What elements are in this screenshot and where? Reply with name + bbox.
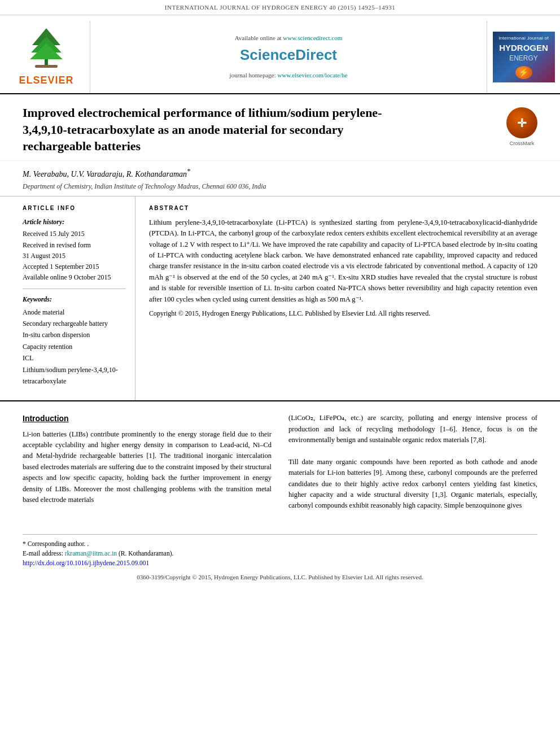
footnote-doi-line: http://dx.doi.org/10.1016/j.ijhydene.201… xyxy=(23,558,537,568)
sciencedirect-url[interactable]: www.sciencedirect.com xyxy=(283,34,342,41)
abstract-copyright: Copyright © 2015, Hydrogen Energy Public… xyxy=(149,308,537,319)
article-history-group: Article history: Received 15 July 2015 R… xyxy=(23,217,126,283)
article-history-title: Article history: xyxy=(23,217,126,227)
authors-section: M. Veerababu, U.V. Varadaraju, R. Kothan… xyxy=(0,161,560,196)
info-abstract-section: ARTICLE INFO Article history: Received 1… xyxy=(0,196,560,400)
keyword-1: Anode material xyxy=(23,307,126,318)
elsevier-tree-icon xyxy=(21,25,72,71)
crossmark-badge: ✛ xyxy=(506,107,537,138)
footnote-email-line: E-mail address: rkraman@iitm.ac.in (R. K… xyxy=(23,549,537,558)
keywords-group: Keywords: Anode material Secondary recha… xyxy=(23,295,126,387)
authors-names: M. Veerababu, U.V. Varadaraju, R. Kothan… xyxy=(23,170,187,178)
keyword-3: In-situ carbon dispersion xyxy=(23,329,126,340)
body-two-col: Introduction Li-ion batteries (LIBs) con… xyxy=(23,413,537,511)
available-online-date: Available online 9 October 2015 xyxy=(23,272,126,283)
corresponding-author-mark: * xyxy=(187,167,190,175)
keyword-6: Lithium/sodium perylene-3,4,9,10-tetraca… xyxy=(23,364,126,387)
email-link[interactable]: rkraman@iitm.ac.in xyxy=(65,550,117,557)
journal-intl-label: International Journal of xyxy=(498,35,549,42)
journal-badge: International Journal of HYDROGEN ENERGY… xyxy=(493,32,555,82)
page-header: ELSEVIER Available online at www.science… xyxy=(0,15,560,94)
corresponding-author-label: * Corresponding author. . xyxy=(23,540,89,547)
keyword-5: ICL xyxy=(23,352,126,364)
header-middle: Available online at www.sciencedirect.co… xyxy=(90,21,487,93)
journal-header-bar: INTERNATIONAL JOURNAL OF HYDROGEN ENERGY… xyxy=(0,0,560,15)
cross-symbol: ✛ xyxy=(517,117,527,129)
doi-link[interactable]: http://dx.doi.org/10.1016/j.ijhydene.201… xyxy=(23,560,149,566)
accepted-date: Accepted 1 September 2015 xyxy=(23,261,126,272)
keyword-2: Secondary rechargeable battery xyxy=(23,318,126,329)
received-date: Received 15 July 2015 xyxy=(23,229,126,239)
article-title: Improved electrochemical performance of … xyxy=(23,104,406,155)
info-divider xyxy=(23,289,126,289)
abstract-text: Lithium perylene-3,4,9,10-tetracarboxyla… xyxy=(149,217,537,319)
elsevier-brand: ELSEVIER xyxy=(19,73,73,88)
received-revised-label: Received in revised form xyxy=(23,240,126,251)
footnote-section: * Corresponding author. . E-mail address… xyxy=(23,534,537,569)
sciencedirect-logo: ScienceDirect xyxy=(240,45,337,66)
available-online-text: Available online at www.sciencedirect.co… xyxy=(235,34,343,43)
direct-text: Direct xyxy=(295,46,337,63)
copyright-bottom: 0360-3199/Copyright © 2015, Hydrogen Ene… xyxy=(0,569,560,584)
abstract-label: ABSTRACT xyxy=(149,204,537,213)
abstract-body: Lithium perylene-3,4,9,10-tetracarboxyla… xyxy=(149,219,537,303)
crossmark-area: ✛ CrossMark xyxy=(506,107,537,147)
email-author: (R. Kothandaraman). xyxy=(119,550,173,557)
journal-url[interactable]: www.elsevier.com/locate/he xyxy=(278,72,348,78)
footnote-star-line: * Corresponding author. . xyxy=(23,539,537,549)
article-info-label: ARTICLE INFO xyxy=(23,204,126,213)
authors: M. Veerababu, U.V. Varadaraju, R. Kothan… xyxy=(23,167,537,180)
introduction-title: Introduction xyxy=(23,413,272,424)
body-right-col: (LiCoO₂, LiFePO₄, etc.) are scarcity, po… xyxy=(288,413,537,511)
introduction-right-text: (LiCoO₂, LiFePO₄, etc.) are scarcity, po… xyxy=(288,413,537,511)
abstract-column: ABSTRACT Lithium perylene-3,4,9,10-tetra… xyxy=(147,196,537,400)
science-text: Science xyxy=(240,46,295,63)
journal-energy-label: ENERGY xyxy=(509,54,538,63)
keyword-4: Capacity retention xyxy=(23,341,126,352)
introduction-left-text: Li-ion batteries (LIBs) contribute promi… xyxy=(23,429,272,506)
received-revised-date: 31 August 2015 xyxy=(23,251,126,261)
elsevier-logo-area: ELSEVIER xyxy=(0,21,90,93)
svg-rect-4 xyxy=(35,65,58,68)
keywords-list: Anode material Secondary rechargeable ba… xyxy=(23,307,126,387)
crossmark-label: CrossMark xyxy=(506,140,537,147)
email-label: E-mail address: xyxy=(23,550,65,557)
main-body: Introduction Li-ion batteries (LIBs) con… xyxy=(0,400,560,522)
body-left-col: Introduction Li-ion batteries (LIBs) con… xyxy=(23,413,272,511)
keywords-title: Keywords: xyxy=(23,295,126,304)
journal-icon: ⚡ xyxy=(515,66,532,79)
journal-hydrogen-label: HYDROGEN xyxy=(499,42,548,54)
title-section: ✛ CrossMark Improved electrochemical per… xyxy=(0,94,560,161)
affiliation: Department of Chemistry, Indian Institut… xyxy=(23,182,537,191)
journal-homepage-line: journal homepage: www.elsevier.com/locat… xyxy=(230,71,348,80)
journal-citation: INTERNATIONAL JOURNAL OF HYDROGEN ENERGY… xyxy=(165,4,395,11)
article-info-column: ARTICLE INFO Article history: Received 1… xyxy=(23,196,135,400)
journal-logo-area: International Journal of HYDROGEN ENERGY… xyxy=(487,21,560,93)
